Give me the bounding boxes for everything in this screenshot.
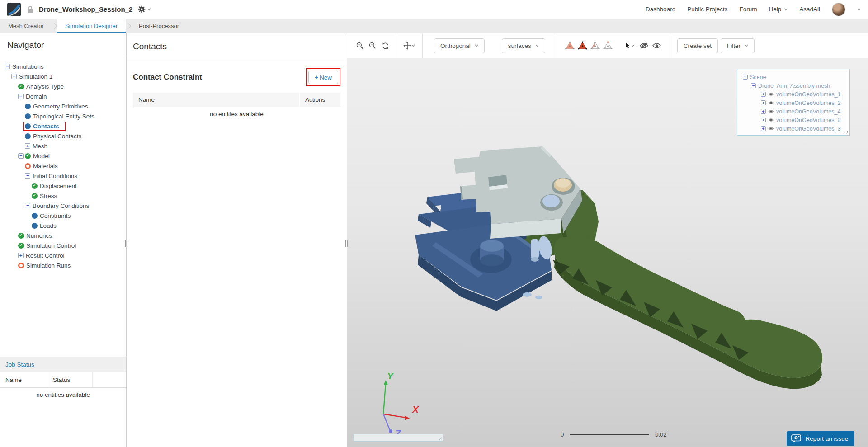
collapse-icon[interactable]: −	[751, 83, 756, 88]
tab-post-processor[interactable]: Post-Processor	[131, 19, 187, 33]
tree-label[interactable]: Physical Contacts	[33, 133, 81, 140]
panel-resize-handle[interactable]	[345, 240, 348, 247]
3d-canvas[interactable]: − Scene − Drone_Arm_Assembly mesh +volum…	[347, 58, 868, 447]
scene-mesh-label[interactable]: Drone_Arm_Assembly mesh	[758, 83, 830, 89]
nav-username[interactable]: AsadAli	[799, 6, 820, 13]
tree-label[interactable]: Simulation Runs	[26, 262, 71, 269]
tree-label[interactable]: Initial Conditions	[33, 173, 77, 179]
collapse-icon[interactable]: −	[743, 75, 748, 80]
tree-label[interactable]: Domain	[26, 93, 47, 100]
nav-forum[interactable]: Forum	[739, 6, 757, 13]
tree-item-displacement[interactable]: Displacement	[0, 181, 126, 191]
report-issue-button[interactable]: Report an issue	[787, 431, 854, 446]
tree-label[interactable]: Geometry Primitives	[33, 103, 88, 110]
scene-volume-volumeongeovolumes-3[interactable]: +volumeOnGeoVolumes_3	[741, 124, 846, 133]
tree-label[interactable]: Boundary Conditions	[33, 202, 89, 209]
eye-icon[interactable]	[768, 109, 774, 113]
tree-label[interactable]: Simulation Control	[26, 242, 76, 249]
panel-resize-handle[interactable]	[125, 240, 127, 247]
tree-item-constraints[interactable]: Constraints	[0, 211, 126, 221]
projection-dropdown[interactable]: Orthogonal	[434, 38, 485, 53]
tree-label[interactable]: Topological Entity Sets	[33, 113, 94, 120]
zoom-in-icon[interactable]	[354, 39, 366, 52]
tree-item-simulation-1[interactable]: −Simulation 1	[0, 71, 126, 81]
tree-item-contacts[interactable]: Contacts	[0, 121, 126, 131]
tree-item-simulation-control[interactable]: Simulation Control	[0, 240, 126, 250]
tree-item-geometry-primitives[interactable]: Geometry Primitives	[0, 101, 126, 111]
scene-volume-volumeongeovolumes-1[interactable]: +volumeOnGeoVolumes_1	[741, 90, 846, 99]
expand-icon[interactable]: +	[25, 143, 30, 149]
eye-icon[interactable]	[768, 101, 774, 105]
collapse-icon[interactable]: −	[25, 173, 30, 179]
nav-help[interactable]: Help	[769, 6, 788, 13]
model-lightblue-cylinder[interactable]	[531, 239, 539, 262]
tree-item-simulations[interactable]: −Simulations	[0, 61, 126, 71]
pan-tool-button[interactable]	[400, 39, 418, 52]
tree-label[interactable]: Model	[33, 153, 50, 160]
hide-selection-icon[interactable]	[638, 39, 651, 52]
collapse-icon[interactable]: −	[11, 74, 17, 79]
tree-label[interactable]: Loads	[40, 222, 57, 229]
collapse-icon[interactable]: −	[5, 64, 10, 69]
select-tool-button[interactable]	[622, 39, 638, 52]
expand-icon[interactable]: +	[761, 118, 766, 122]
expand-icon[interactable]: +	[761, 126, 766, 131]
tab-simulation-designer[interactable]: Simulation Designer	[57, 19, 126, 33]
model-blue-cylinder-insert[interactable]	[542, 195, 560, 207]
app-logo-icon[interactable]	[7, 3, 21, 16]
model-green-arm[interactable]	[537, 190, 822, 389]
scene-root-row[interactable]: − Scene	[741, 73, 846, 81]
resize-corner-icon[interactable]	[844, 130, 849, 134]
refresh-view-icon[interactable]	[379, 39, 392, 52]
tree-item-topological-entity-sets[interactable]: Topological Entity Sets	[0, 111, 126, 121]
face-select-icon[interactable]	[589, 39, 602, 52]
eye-icon[interactable]	[768, 118, 774, 122]
scene-volume-label[interactable]: volumeOnGeoVolumes_2	[776, 100, 840, 106]
scene-root-label[interactable]: Scene	[750, 74, 766, 80]
scene-volume-volumeongeovolumes-2[interactable]: +volumeOnGeoVolumes_2	[741, 99, 846, 107]
collapse-icon[interactable]: −	[25, 203, 30, 208]
tree-item-result-control[interactable]: +Result Control	[0, 250, 126, 260]
node-select-icon[interactable]	[602, 39, 614, 52]
project-settings-button[interactable]	[138, 5, 151, 13]
tree-item-boundary-conditions[interactable]: −Boundary Conditions	[0, 201, 126, 211]
collapse-icon[interactable]: −	[18, 94, 24, 99]
render-mode-dropdown[interactable]: surfaces	[502, 38, 545, 53]
tree-label[interactable]: Constraints	[40, 212, 71, 219]
tab-mesh-creator[interactable]: Mesh Creator	[0, 19, 52, 33]
viewport-mini-panel[interactable]	[354, 434, 443, 442]
scene-volume-label[interactable]: volumeOnGeoVolumes_4	[776, 108, 840, 115]
tree-item-domain[interactable]: −Domain	[0, 91, 126, 101]
scene-volume-volumeongeovolumes-0[interactable]: +volumeOnGeoVolumes_0	[741, 116, 846, 124]
tree-label[interactable]: Result Control	[26, 252, 65, 259]
chevron-down-icon[interactable]	[857, 8, 861, 11]
create-set-button[interactable]: Create set	[677, 38, 718, 53]
zoom-out-icon[interactable]	[366, 39, 379, 52]
scene-volume-volumeongeovolumes-4[interactable]: +volumeOnGeoVolumes_4	[741, 107, 846, 116]
expand-icon[interactable]: +	[761, 92, 766, 97]
gear-icon[interactable]	[138, 5, 146, 13]
expand-icon[interactable]: +	[761, 100, 766, 105]
tree-label[interactable]: Simulation 1	[19, 73, 52, 80]
resize-corner-icon[interactable]	[438, 437, 442, 441]
scene-mesh-row[interactable]: − Drone_Arm_Assembly mesh	[741, 81, 846, 90]
show-all-icon[interactable]	[651, 39, 663, 52]
expand-icon[interactable]: +	[761, 109, 766, 114]
tree-label[interactable]: Numerics	[26, 232, 52, 239]
tree-item-loads[interactable]: Loads	[0, 221, 126, 231]
user-avatar[interactable]	[832, 3, 845, 16]
volume-select-active-icon[interactable]	[576, 39, 589, 52]
tree-item-stress[interactable]: Stress	[0, 191, 126, 201]
tree-label[interactable]: Contacts	[33, 123, 59, 130]
tree-item-simulation-runs[interactable]: Simulation Runs	[0, 260, 126, 270]
tree-item-analysis-type[interactable]: Analysis Type	[0, 81, 126, 91]
nav-public-projects[interactable]: Public Projects	[687, 6, 727, 13]
tree-item-physical-contacts[interactable]: Physical Contacts	[0, 131, 126, 141]
tree-item-numerics[interactable]: Numerics	[0, 231, 126, 240]
tree-item-model[interactable]: −Model	[0, 151, 126, 161]
tree-label[interactable]: Mesh	[33, 143, 47, 150]
nav-dashboard[interactable]: Dashboard	[646, 6, 675, 13]
tree-item-initial-conditions[interactable]: −Initial Conditions	[0, 171, 126, 181]
eye-icon[interactable]	[768, 127, 774, 131]
collapse-icon[interactable]: −	[18, 153, 24, 159]
